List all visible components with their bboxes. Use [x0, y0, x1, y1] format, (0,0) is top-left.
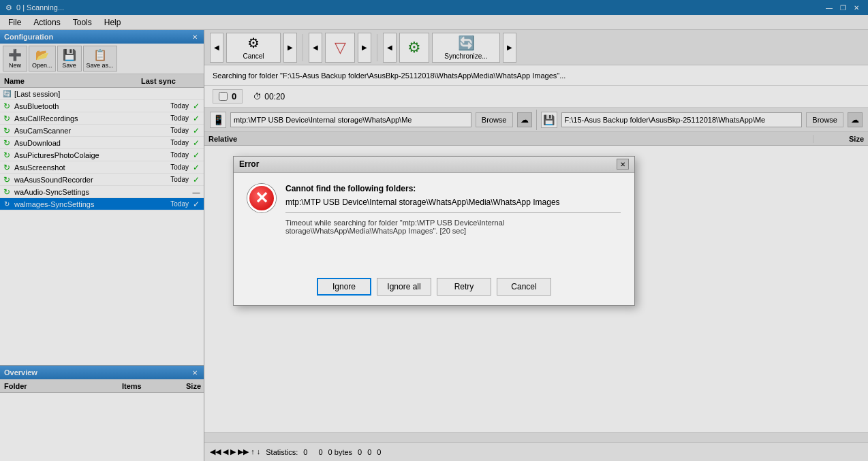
error-icon-wrap: ✕ [247, 184, 276, 212]
dialog-separator [285, 212, 621, 213]
cancel-dialog-button[interactable]: Cancel [497, 278, 551, 296]
dialog-body: ✕ Cannot find the following folders: mtp… [234, 173, 634, 272]
ignore-all-button[interactable]: Ignore all [377, 278, 431, 296]
dialog-close-button[interactable]: ✕ [617, 159, 629, 170]
dialog-main-message: Cannot find the following folders: [285, 184, 621, 193]
dialog-overlay: Error ✕ ✕ Cannot find the following fold… [0, 0, 868, 461]
dialog-titlebar: Error ✕ [234, 157, 634, 173]
dialog-text: Cannot find the following folders: mtp:\… [285, 184, 621, 261]
dialog-detail: Timeout while searching for folder "mtp:… [285, 219, 621, 235]
dialog-footer: Ignore Ignore all Retry Cancel [234, 272, 634, 305]
error-icon: ✕ [247, 184, 276, 212]
ignore-button[interactable]: Ignore [317, 278, 371, 296]
dialog-path: mtp:\MTP USB Device\Internal storage\Wha… [285, 197, 621, 207]
retry-button[interactable]: Retry [437, 278, 491, 296]
dialog-title: Error [239, 159, 259, 169]
error-dialog: Error ✕ ✕ Cannot find the following fold… [233, 156, 635, 306]
